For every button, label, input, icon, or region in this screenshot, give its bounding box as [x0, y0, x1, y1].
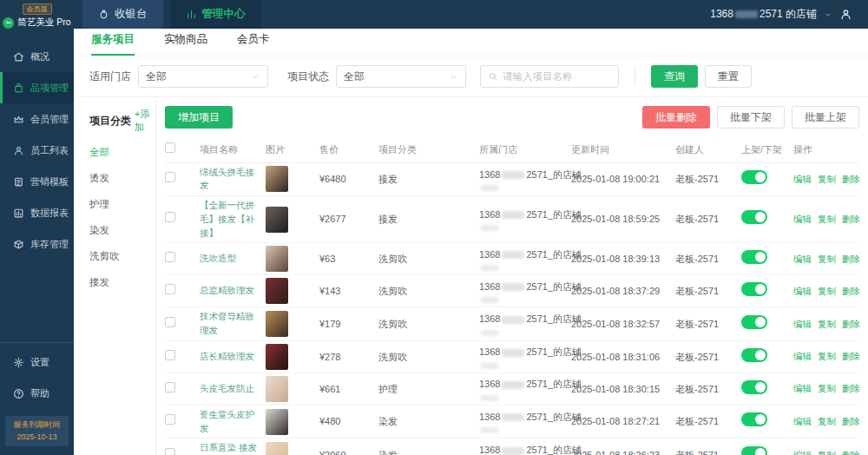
- batch-on-shelf-button[interactable]: 批量上架: [792, 106, 859, 129]
- copy-link[interactable]: 复制: [818, 174, 836, 184]
- row-checkbox[interactable]: [165, 284, 175, 294]
- status-toggle[interactable]: [741, 282, 767, 296]
- tab-services[interactable]: 服务项目: [91, 32, 135, 56]
- cell-item-name[interactable]: 资生堂头皮护发: [200, 408, 266, 436]
- delete-link[interactable]: 删除: [842, 351, 860, 361]
- cell-item-name[interactable]: 【全新一代拼毛】接发【补接】: [200, 199, 266, 240]
- user-avatar-icon[interactable]: [839, 8, 852, 21]
- row-checkbox[interactable]: [165, 172, 175, 182]
- category-item-3[interactable]: 染发: [89, 224, 147, 237]
- copy-link[interactable]: 复制: [818, 319, 836, 329]
- sidebar-item-member-management[interactable]: 会员管理: [0, 103, 74, 135]
- delete-link[interactable]: 删除: [842, 319, 860, 329]
- cell-item-name[interactable]: 洗吹造型: [200, 252, 266, 266]
- edit-link[interactable]: 编辑: [793, 254, 812, 264]
- delete-link[interactable]: 删除: [842, 214, 860, 224]
- cell-category: 接发: [378, 172, 479, 187]
- row-checkbox[interactable]: [165, 252, 175, 262]
- copy-link[interactable]: 复制: [818, 286, 836, 296]
- sidebar-item-data-report[interactable]: 数据报表: [0, 197, 74, 228]
- edit-link[interactable]: 编辑: [793, 383, 812, 393]
- category-item-0[interactable]: 全部: [89, 146, 147, 159]
- batch-delete-button[interactable]: 批量删除: [642, 106, 710, 129]
- sidebar-item-marketing-template[interactable]: 营销模板: [0, 166, 74, 197]
- table-row: 总监精致理发 ¥143 洗剪吹 13682571_的店铺 2025-01-08 …: [165, 275, 859, 307]
- cell-item-name[interactable]: 绵绒头拼毛接发: [200, 166, 266, 194]
- redacted-text: [481, 427, 498, 433]
- cell-item-name[interactable]: 头皮毛发防止: [200, 382, 266, 396]
- row-checkbox[interactable]: [165, 317, 175, 327]
- status-toggle[interactable]: [741, 250, 767, 264]
- cell-item-name[interactable]: 总监精致理发: [200, 284, 266, 298]
- edit-link[interactable]: 编辑: [793, 450, 812, 455]
- copy-link[interactable]: 复制: [818, 254, 836, 264]
- topbar-tab-admin-center[interactable]: 管理中心: [170, 0, 261, 29]
- copy-link[interactable]: 复制: [818, 214, 836, 224]
- cashier-icon: [98, 9, 109, 20]
- row-checkbox[interactable]: [165, 414, 175, 425]
- edit-link[interactable]: 编辑: [793, 286, 812, 296]
- tab-member-card[interactable]: 会员卡: [237, 32, 270, 56]
- edit-link[interactable]: 编辑: [793, 214, 812, 224]
- reset-button[interactable]: 重置: [705, 65, 752, 88]
- column-header: 创建人: [675, 142, 741, 157]
- sidebar-item-overview[interactable]: 概况: [0, 41, 74, 72]
- redacted-text: [502, 349, 524, 357]
- copy-link[interactable]: 复制: [818, 383, 836, 393]
- status-toggle[interactable]: [741, 210, 767, 224]
- status-toggle[interactable]: [741, 380, 767, 394]
- delete-link[interactable]: 删除: [842, 450, 860, 455]
- delete-link[interactable]: 删除: [842, 174, 860, 184]
- row-checkbox[interactable]: [165, 350, 175, 360]
- row-checkbox[interactable]: [165, 382, 175, 392]
- edit-link[interactable]: 编辑: [793, 416, 812, 426]
- add-item-button[interactable]: 增加项目: [165, 106, 233, 129]
- batch-off-shelf-button[interactable]: 批量下架: [717, 106, 785, 129]
- sidebar-item-help[interactable]: 帮助: [0, 378, 74, 409]
- cell-price: ¥278: [319, 350, 378, 365]
- copy-link[interactable]: 复制: [818, 450, 836, 455]
- edit-link[interactable]: 编辑: [793, 174, 812, 184]
- copy-link[interactable]: 复制: [818, 416, 836, 426]
- store-filter-select[interactable]: 全部: [138, 65, 268, 88]
- edit-link[interactable]: 编辑: [793, 319, 812, 329]
- delete-link[interactable]: 删除: [842, 254, 860, 264]
- cell-item-name[interactable]: 技术督导精致理发: [200, 310, 266, 338]
- add-category-button[interactable]: +添加: [135, 108, 149, 134]
- divider: [635, 67, 635, 86]
- edit-link[interactable]: 编辑: [793, 351, 812, 361]
- status-filter-select[interactable]: 全部: [336, 65, 466, 88]
- redacted-text: [502, 211, 524, 219]
- category-item-4[interactable]: 洗剪吹: [89, 250, 147, 263]
- category-item-1[interactable]: 烫发: [89, 172, 147, 185]
- status-toggle[interactable]: [741, 412, 767, 426]
- category-item-2[interactable]: 护理: [89, 198, 147, 211]
- cell-actions: 编辑复制删除: [793, 381, 868, 396]
- category-item-5[interactable]: 接发: [89, 276, 147, 289]
- search-button[interactable]: 查询: [651, 65, 698, 88]
- sidebar-item-staff-list[interactable]: 员工列表: [0, 135, 74, 166]
- select-all-checkbox[interactable]: [165, 142, 175, 153]
- status-toggle[interactable]: [741, 348, 767, 362]
- sidebar-item-item-management[interactable]: 品项管理: [0, 72, 74, 103]
- cell-item-name[interactable]: 店长精致理发: [200, 350, 266, 364]
- row-checkbox[interactable]: [165, 212, 175, 222]
- cell-item-name[interactable]: 日系直染 接发新款: [200, 441, 266, 455]
- row-checkbox[interactable]: [165, 448, 175, 455]
- chevron-down-icon[interactable]: [824, 10, 832, 19]
- copy-link[interactable]: 复制: [818, 351, 836, 361]
- search-input[interactable]: [503, 71, 611, 82]
- delete-link[interactable]: 删除: [842, 383, 860, 393]
- delete-link[interactable]: 删除: [842, 286, 860, 296]
- status-toggle[interactable]: [741, 315, 767, 329]
- delete-link[interactable]: 删除: [842, 416, 860, 426]
- sidebar-item-settings[interactable]: 设置: [0, 346, 74, 378]
- tab-goods[interactable]: 实物商品: [164, 32, 207, 56]
- status-toggle[interactable]: [741, 170, 767, 184]
- redacted-text: [502, 251, 524, 259]
- sidebar-item-inventory[interactable]: 库存管理: [0, 228, 74, 260]
- topbar-tab-cashier[interactable]: 收银台: [82, 0, 163, 29]
- status-toggle[interactable]: [741, 446, 767, 455]
- table-row: 【全新一代拼毛】接发【补接】 ¥2677 接发 13682571_的店铺 202…: [165, 196, 859, 243]
- store-selector[interactable]: 13682571 的店铺: [710, 7, 817, 22]
